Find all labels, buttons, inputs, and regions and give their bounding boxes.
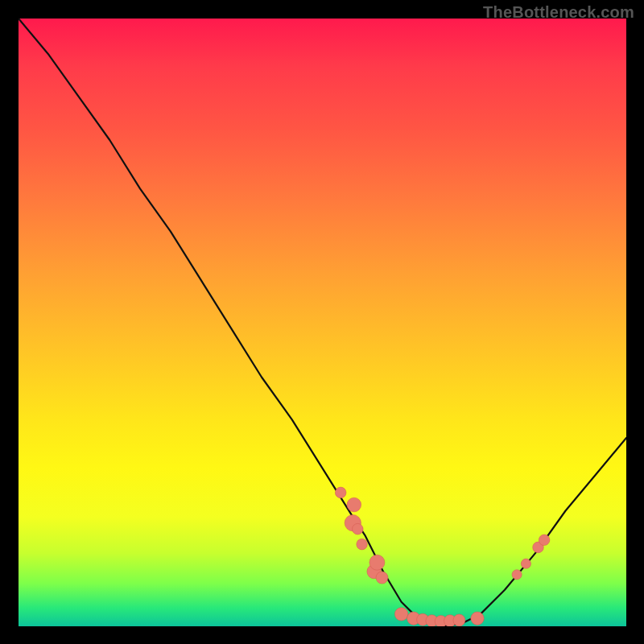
marker-left-cluster-1 [335,487,346,498]
bottleneck-curve [19,19,626,626]
marker-right-4 [539,535,550,546]
marker-left-cluster-3 [353,523,364,535]
chart-frame: TheBottleneck.com [0,0,644,644]
curve-svg [19,19,626,626]
marker-right-2 [521,559,530,568]
marker-left-cluster-8 [376,572,388,584]
marker-bottom-7 [453,614,465,626]
marker-left-cluster-7 [369,555,385,570]
markers-group [335,487,549,626]
marker-bottom-8 [471,612,484,625]
marker-left-cluster-5 [357,539,368,550]
marker-bottom-1 [394,608,407,621]
marker-right-1 [512,570,522,580]
marker-left-cluster-4 [347,497,361,512]
plot-area [19,19,626,626]
